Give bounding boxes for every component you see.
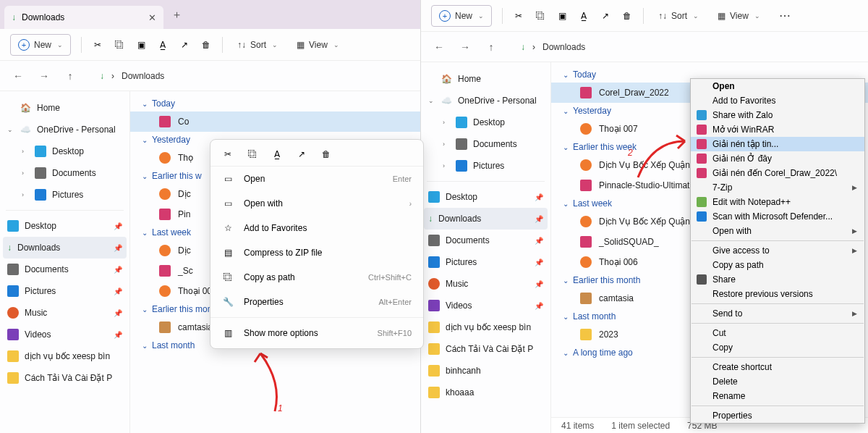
delete-icon[interactable]: 🗑 bbox=[200, 39, 212, 51]
ctx-item[interactable]: Copy bbox=[691, 340, 864, 355]
copy-icon[interactable]: ⿻ bbox=[535, 10, 546, 22]
new-tab-button[interactable]: ＋ bbox=[166, 4, 187, 25]
cut-icon[interactable]: ✂ bbox=[513, 10, 524, 22]
view-button[interactable]: ▦ View⌄ bbox=[292, 34, 344, 56]
ctx-item[interactable]: Restore previous versions bbox=[691, 287, 864, 301]
sidebar-item[interactable]: ›Desktop bbox=[424, 112, 548, 133]
sidebar-item[interactable]: ›Documents bbox=[3, 162, 127, 184]
new-button[interactable]: +New⌄ bbox=[10, 34, 71, 56]
ctx-item[interactable]: Scan with Microsoft Defender... bbox=[691, 209, 864, 224]
ctx-favorites[interactable]: ☆Add to Favorites bbox=[210, 216, 423, 240]
sidebar-folder[interactable]: Cách Tải Và Cài Đặt P bbox=[3, 367, 127, 389]
sidebar-item-documents[interactable]: Documents📌 bbox=[3, 258, 127, 280]
cut-icon[interactable]: ✂ bbox=[222, 148, 234, 160]
status-selected: 1 item selected bbox=[611, 421, 670, 431]
ctx-item[interactable]: Giải nén tập tin... bbox=[691, 137, 864, 151]
sidebar-item-documents[interactable]: Documents📌 bbox=[424, 230, 548, 251]
cut-icon[interactable]: ✂ bbox=[92, 39, 103, 51]
new-button[interactable]: +New⌄ bbox=[431, 5, 492, 27]
sidebar-item-downloads[interactable]: ↓Downloads📌 bbox=[424, 208, 548, 230]
ctx-copy-path[interactable]: ⿻Copy as pathCtrl+Shift+C bbox=[210, 265, 423, 290]
ctx-item[interactable]: Copy as path bbox=[691, 258, 864, 272]
ctx-item[interactable]: Open bbox=[691, 79, 864, 93]
forward-button[interactable]: → bbox=[454, 36, 476, 58]
ctx-item[interactable]: Giải nén Ở đây bbox=[691, 151, 864, 166]
breadcrumb[interactable]: ↓› Downloads bbox=[100, 71, 164, 81]
forward-button[interactable]: → bbox=[33, 65, 55, 87]
sidebar-item-videos[interactable]: Videos📌 bbox=[3, 324, 127, 345]
rename-icon[interactable]: A̲ bbox=[271, 148, 283, 160]
sidebar-home[interactable]: Home bbox=[3, 97, 127, 119]
ctx-icon bbox=[697, 274, 707, 285]
sidebar-item[interactable]: ›Desktop bbox=[3, 140, 127, 162]
sidebar-item-downloads[interactable]: ↓Downloads📌 bbox=[3, 237, 127, 258]
ctx-zip[interactable]: ▤Compress to ZIP file bbox=[210, 240, 423, 265]
sidebar-folder[interactable]: binhcanh bbox=[424, 360, 548, 382]
delete-icon[interactable]: 🗑 bbox=[320, 148, 332, 160]
paste-icon[interactable]: ▣ bbox=[556, 10, 568, 22]
delete-icon[interactable]: 🗑 bbox=[621, 10, 633, 22]
sidebar-folder[interactable]: dịch vụ bốc xeesp bìn bbox=[3, 345, 127, 367]
up-button[interactable]: ↑ bbox=[59, 65, 81, 87]
sidebar-item-desktop[interactable]: Desktop📌 bbox=[424, 186, 548, 208]
ctx-item[interactable]: Edit with Notepad++ bbox=[691, 195, 864, 209]
group-header[interactable]: Today bbox=[130, 96, 420, 112]
sidebar-item-pictures[interactable]: Pictures📌 bbox=[3, 280, 127, 302]
sidebar-home[interactable]: Home bbox=[424, 68, 548, 90]
paste-icon[interactable]: ▣ bbox=[135, 39, 147, 51]
ctx-show-more[interactable]: ▥Show more optionsShift+F10 bbox=[210, 321, 423, 345]
share-icon[interactable]: ↗ bbox=[600, 10, 611, 22]
ctx-item[interactable]: Cut bbox=[691, 326, 864, 340]
sidebar-onedrive[interactable]: ⌄OneDrive - Personal bbox=[424, 90, 548, 112]
copy-icon[interactable]: ⿻ bbox=[114, 39, 125, 51]
ctx-item[interactable]: Rename bbox=[691, 389, 864, 403]
sidebar-item-desktop[interactable]: Desktop📌 bbox=[3, 215, 127, 237]
sidebar-item[interactable]: ›Documents bbox=[424, 133, 548, 155]
sidebar-item-music[interactable]: Music📌 bbox=[424, 273, 548, 295]
more-button[interactable] bbox=[775, 5, 795, 27]
sort-button[interactable]: ↑↓ Sort⌄ bbox=[654, 5, 703, 27]
rename-icon[interactable]: A̲ bbox=[578, 10, 590, 22]
copy-icon[interactable]: ⿻ bbox=[247, 148, 258, 160]
wrench-icon: 🔧 bbox=[222, 296, 234, 308]
ctx-item[interactable]: Properties bbox=[691, 408, 864, 423]
tab-downloads[interactable]: ↓ Downloads ✕ bbox=[4, 6, 163, 29]
breadcrumb[interactable]: ↓› Downloads bbox=[521, 42, 585, 52]
ctx-item[interactable]: Delete bbox=[691, 374, 864, 389]
back-button[interactable]: ← bbox=[428, 36, 450, 58]
view-button[interactable]: ▦ View⌄ bbox=[713, 5, 765, 27]
sidebar-item[interactable]: ›Pictures bbox=[3, 184, 127, 206]
download-icon: ↓ bbox=[12, 12, 16, 22]
file-row[interactable]: Co bbox=[130, 112, 420, 132]
sidebar-item-videos[interactable]: Videos📌 bbox=[424, 295, 548, 316]
sort-button[interactable]: ↑↓ Sort⌄ bbox=[233, 34, 282, 56]
ctx-item[interactable]: Give access to▶ bbox=[691, 243, 864, 258]
back-button[interactable]: ← bbox=[7, 65, 29, 87]
share-icon[interactable]: ↗ bbox=[296, 148, 307, 160]
sidebar-onedrive[interactable]: ⌄OneDrive - Personal bbox=[3, 119, 127, 140]
ctx-item[interactable]: Add to Favorites bbox=[691, 93, 864, 108]
ctx-item[interactable]: Share with Zalo bbox=[691, 108, 864, 122]
ctx-open-with[interactable]: ▭Open with› bbox=[210, 191, 423, 216]
ctx-item[interactable]: 7-Zip▶ bbox=[691, 180, 864, 195]
ctx-properties[interactable]: 🔧PropertiesAlt+Enter bbox=[210, 290, 423, 314]
ctx-item[interactable]: Share bbox=[691, 272, 864, 287]
rename-icon[interactable]: A̲ bbox=[157, 39, 169, 51]
sidebar-item-pictures[interactable]: Pictures📌 bbox=[424, 251, 548, 273]
ctx-icon bbox=[697, 211, 707, 222]
sidebar-folder[interactable]: dịch vụ bốc xeesp bìn bbox=[424, 316, 548, 338]
ctx-icon bbox=[697, 110, 707, 120]
ctx-item[interactable]: Send to▶ bbox=[691, 306, 864, 321]
sidebar-item-music[interactable]: Music📌 bbox=[3, 302, 127, 324]
ctx-open[interactable]: ▭OpenEnter bbox=[210, 167, 423, 191]
close-icon[interactable]: ✕ bbox=[148, 12, 156, 23]
up-button[interactable]: ↑ bbox=[480, 36, 502, 58]
sidebar-folder[interactable]: Cách Tải Và Cài Đặt P bbox=[424, 338, 548, 360]
share-icon[interactable]: ↗ bbox=[179, 39, 190, 51]
ctx-item[interactable]: Create shortcut bbox=[691, 360, 864, 374]
ctx-item[interactable]: Mở với WinRAR bbox=[691, 122, 864, 137]
sidebar-item[interactable]: ›Pictures bbox=[424, 155, 548, 177]
ctx-item[interactable]: Open with▶ bbox=[691, 224, 864, 238]
ctx-item[interactable]: Giải nén đến Corel_Draw_2022\ bbox=[691, 166, 864, 180]
sidebar-folder[interactable]: khoaaa bbox=[424, 382, 548, 403]
